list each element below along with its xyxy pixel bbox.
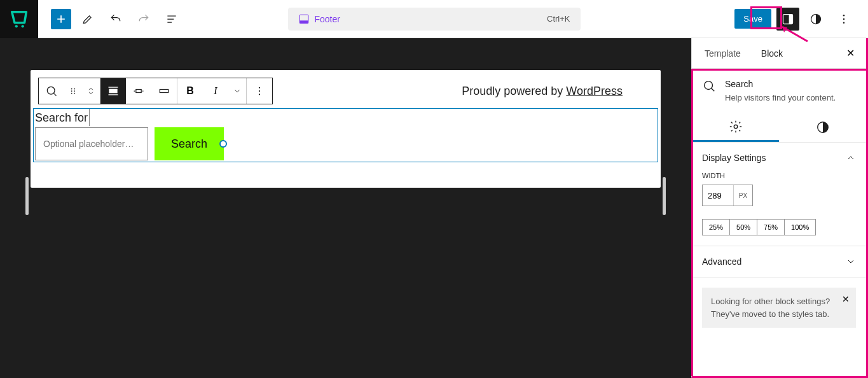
search-icon xyxy=(702,79,716,93)
svg-point-22 xyxy=(259,94,260,95)
svg-rect-19 xyxy=(160,90,168,93)
resize-handle-right[interactable] xyxy=(663,177,666,215)
footer-icon xyxy=(298,13,310,25)
chevron-down-icon xyxy=(846,256,856,267)
sub-tab-settings[interactable] xyxy=(692,113,779,142)
panel-toggle-advanced[interactable]: Advanced xyxy=(702,256,856,267)
svg-point-16 xyxy=(74,93,75,94)
app-logo[interactable] xyxy=(0,0,38,38)
svg-point-13 xyxy=(71,90,72,92)
document-name: Footer xyxy=(315,14,340,24)
block-info: Search Help visitors find your content. xyxy=(692,69,866,113)
sidebar-tabs: Template Block ✕ xyxy=(692,38,866,69)
panel-advanced: Advanced xyxy=(692,246,866,277)
width-input-group: PX xyxy=(702,185,753,206)
width-resize-handle[interactable] xyxy=(219,140,227,148)
sidebar: Template Block ✕ Search Help visitors fi… xyxy=(691,38,868,378)
redo-button[interactable] xyxy=(132,8,155,31)
undo-button[interactable] xyxy=(104,8,127,31)
svg-point-10 xyxy=(47,87,55,94)
svg-point-21 xyxy=(259,90,260,92)
styles-moved-notice: Looking for other block settings? They'v… xyxy=(702,288,856,328)
tab-block[interactable]: Block xyxy=(751,39,793,67)
svg-point-24 xyxy=(734,125,738,129)
width-label: Width xyxy=(702,172,856,179)
svg-point-12 xyxy=(74,88,75,90)
sidebar-close-button[interactable]: ✕ xyxy=(837,41,864,66)
width-unit[interactable]: PX xyxy=(733,185,752,206)
percent-50[interactable]: 50% xyxy=(729,219,757,235)
wordpress-link[interactable]: WordPress xyxy=(566,85,623,97)
search-block[interactable]: Search for Search xyxy=(33,108,658,162)
block-type-icon[interactable] xyxy=(39,78,64,104)
styles-button[interactable] xyxy=(804,8,827,31)
canvas-area[interactable]: B I Proudly powered by WordPress Search … xyxy=(0,38,691,378)
edit-tool-button[interactable] xyxy=(76,8,99,31)
percent-100[interactable]: 100% xyxy=(784,219,816,235)
svg-point-23 xyxy=(705,81,713,90)
align-full[interactable] xyxy=(151,78,177,104)
panel-toggle-display[interactable]: Display Settings xyxy=(702,153,856,163)
sub-tabs xyxy=(692,113,866,143)
block-title: Search xyxy=(725,79,836,89)
toolbar-left xyxy=(38,8,183,31)
svg-point-7 xyxy=(843,14,845,16)
gear-icon xyxy=(729,120,743,134)
settings-panel-toggle[interactable] xyxy=(776,8,799,31)
percent-75[interactable]: 75% xyxy=(757,219,785,235)
percent-presets: 25% 50% 75% 100% xyxy=(702,219,856,235)
drag-handle[interactable] xyxy=(64,78,82,104)
canvas[interactable]: B I Proudly powered by WordPress Search … xyxy=(31,70,661,188)
align-wide[interactable] xyxy=(126,78,151,104)
block-more-options[interactable] xyxy=(247,78,272,104)
search-placeholder-input[interactable] xyxy=(35,127,148,160)
contrast-icon xyxy=(816,120,830,134)
search-label-input[interactable]: Search for xyxy=(34,109,90,126)
svg-point-20 xyxy=(259,87,260,88)
svg-rect-17 xyxy=(109,89,117,94)
toolbar-right: Save xyxy=(734,8,868,31)
svg-rect-18 xyxy=(136,90,141,93)
svg-point-14 xyxy=(74,90,75,92)
width-value-input[interactable] xyxy=(703,185,733,206)
resize-handle-left[interactable] xyxy=(25,177,29,215)
save-button[interactable]: Save xyxy=(734,9,771,29)
more-format[interactable] xyxy=(228,78,246,104)
document-selector[interactable]: Footer Ctrl+K xyxy=(288,8,581,31)
shortcut-hint: Ctrl+K xyxy=(547,14,570,24)
svg-point-15 xyxy=(71,93,72,94)
top-bar: Footer Ctrl+K Save xyxy=(0,0,868,38)
svg-point-0 xyxy=(15,25,18,27)
chevron-up-icon xyxy=(846,153,856,163)
workspace: B I Proudly powered by WordPress Search … xyxy=(0,38,868,378)
svg-rect-5 xyxy=(789,14,793,24)
svg-point-9 xyxy=(843,22,845,24)
italic-button[interactable]: I xyxy=(203,78,228,104)
svg-point-8 xyxy=(843,18,845,20)
percent-25[interactable]: 25% xyxy=(702,219,730,235)
bold-button[interactable]: B xyxy=(177,78,203,104)
search-submit-button[interactable]: Search xyxy=(155,127,224,160)
svg-point-11 xyxy=(71,88,72,90)
align-none[interactable] xyxy=(100,78,126,104)
list-view-button[interactable] xyxy=(160,8,183,31)
more-options-button[interactable] xyxy=(832,8,855,31)
svg-rect-3 xyxy=(300,20,308,24)
panel-display-settings: Display Settings Width PX 25% 50% 75% 10… xyxy=(692,143,866,246)
svg-point-1 xyxy=(22,25,24,27)
sub-tab-styles[interactable] xyxy=(779,113,866,142)
tab-template[interactable]: Template xyxy=(694,39,751,67)
add-block-button[interactable] xyxy=(51,9,71,29)
block-desc: Help visitors find your content. xyxy=(725,93,836,102)
move-updown[interactable] xyxy=(82,78,100,104)
block-toolbar: B I xyxy=(38,78,273,104)
powered-by-text: Proudly powered by WordPress xyxy=(462,85,648,98)
notice-close-button[interactable]: ✕ xyxy=(842,294,850,304)
